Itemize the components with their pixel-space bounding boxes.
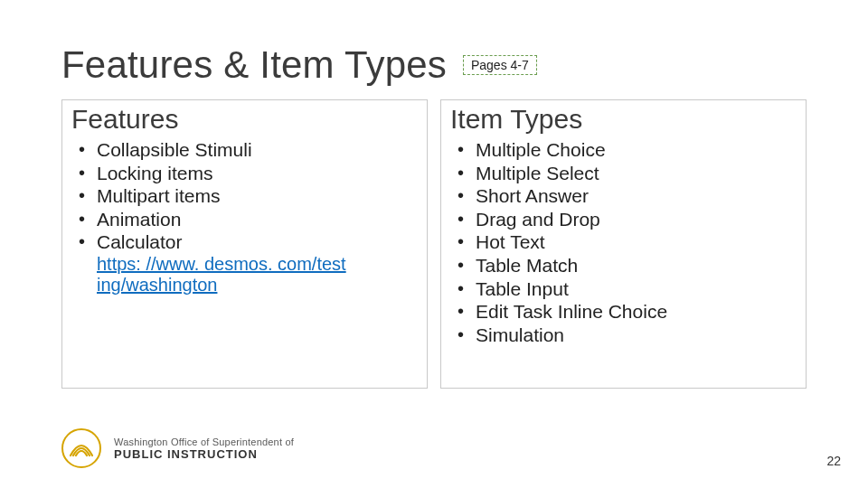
agency-name-line1: Washington Office of Superintendent of bbox=[114, 436, 294, 447]
features-heading: Features bbox=[71, 104, 418, 135]
list-item: Multiple Select bbox=[476, 162, 797, 185]
list-item: Simulation bbox=[476, 324, 797, 347]
list-item: Multiple Choice bbox=[476, 138, 797, 162]
list-item: Table Match bbox=[476, 254, 797, 277]
footer: Washington Office of Superintendent of P… bbox=[61, 428, 294, 468]
list-item: Collapsible Stimuli bbox=[97, 138, 418, 162]
list-item: Locking items bbox=[97, 162, 418, 185]
item-types-list: Multiple Choice Multiple Select Short An… bbox=[450, 138, 797, 346]
list-item: Animation bbox=[97, 208, 418, 231]
page-range-badge: Pages 4-7 bbox=[463, 55, 537, 75]
slide: Features & Item Types Pages 4-7 Features… bbox=[0, 0, 868, 488]
slide-title: Features & Item Types bbox=[61, 43, 447, 87]
agency-name-line2: PUBLIC INSTRUCTION bbox=[114, 447, 294, 461]
list-item: Calculator https: //www. desmos. com/tes… bbox=[97, 230, 418, 296]
ospi-logo-icon bbox=[61, 428, 101, 468]
ospi-logo-text: Washington Office of Superintendent of P… bbox=[114, 436, 294, 461]
title-row: Features & Item Types Pages 4-7 bbox=[61, 43, 807, 87]
list-item: Drag and Drop bbox=[476, 208, 797, 231]
list-item: Edit Task Inline Choice bbox=[476, 300, 797, 324]
features-panel: Features Collapsible Stimuli Locking ite… bbox=[61, 99, 428, 389]
list-item: Table Input bbox=[476, 277, 797, 301]
list-item-label: Calculator bbox=[97, 231, 183, 252]
page-number: 22 bbox=[826, 454, 841, 468]
features-list: Collapsible Stimuli Locking items Multip… bbox=[71, 138, 418, 296]
list-item: Hot Text bbox=[476, 230, 797, 254]
list-item: Multipart items bbox=[97, 184, 418, 208]
list-item: Short Answer bbox=[476, 184, 797, 208]
content-columns: Features Collapsible Stimuli Locking ite… bbox=[61, 99, 807, 389]
item-types-panel: Item Types Multiple Choice Multiple Sele… bbox=[440, 99, 807, 389]
calculator-link[interactable]: https: //www. desmos. com/test ing/washi… bbox=[97, 254, 418, 296]
item-types-heading: Item Types bbox=[450, 104, 797, 135]
